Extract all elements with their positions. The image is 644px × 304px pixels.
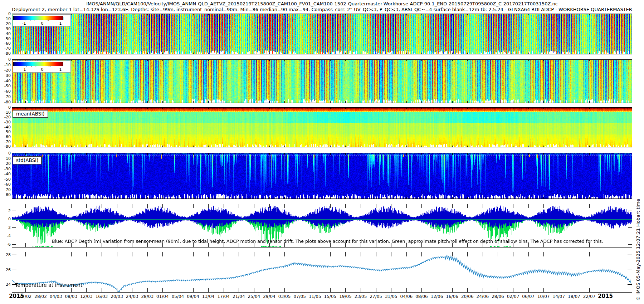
depth-tick-label: -30 [0, 120, 11, 124]
depth-tick-label: -80 [0, 100, 11, 104]
depth-tick-label: 0 [0, 11, 11, 16]
v-colorbar-legend: V (m/s) along 82°T -1 0 1 [13, 60, 71, 73]
colorbar-tick: 0 [41, 67, 44, 72]
depth-variation-annotation: Blue: ADCP Depth (m) variation from sens… [52, 239, 603, 244]
u-colorbar [13, 16, 63, 20]
depth-tick-label: -80 [0, 192, 11, 197]
depth-variation-tick-label: -2 [0, 225, 11, 230]
depth-tick-label: -10 [0, 110, 11, 115]
depth-tick-label: -30 [0, 73, 11, 78]
temperature-panel: Temperature at instrument [12, 252, 632, 293]
depth-tick-label: -70 [0, 94, 11, 99]
depth-tick-label: -40 [0, 31, 11, 36]
depth-tick-label: -70 [0, 46, 11, 51]
depth-tick-label: -50 [0, 84, 11, 88]
depth-variation-panel: Blue: ADCP Depth (m) variation from sens… [12, 204, 632, 247]
depth-tick-label: -30 [0, 167, 11, 171]
temperature-tick-label: 26 [0, 268, 11, 272]
depth-tick-label: -60 [0, 89, 11, 94]
v-colorbar-tick-labels: -1 0 1 [17, 67, 67, 72]
colorbar-tick: 1 [59, 21, 62, 26]
depth-tick-label: -80 [0, 51, 11, 56]
depth-tick-label: -70 [0, 139, 11, 144]
mean-absi-panel: mean(ABSI) [12, 107, 632, 147]
temperature-label: Temperature at instrument [15, 282, 82, 288]
depth-tick-label: -80 [0, 144, 11, 149]
depth-tick-label: -30 [0, 26, 11, 31]
temperature-tick-label: 24 [0, 282, 11, 287]
std-absi-panel: std(ABSI) [12, 153, 632, 199]
depth-variation-tick-label: 2 [0, 209, 11, 213]
imos-timestamp-watermark: © IMOS 05-May-2025 12:07:21 Hobart time [635, 199, 641, 301]
depth-variation-tick-label: 0 [0, 217, 11, 221]
depth-tick-label: -40 [0, 172, 11, 176]
depth-tick-label: -60 [0, 134, 11, 139]
mean-absi-heatmap [12, 107, 632, 147]
u-colorbar-tick-labels: -1 0 1 [17, 21, 67, 26]
depth-tick-label: 0 [0, 57, 11, 62]
v-velocity-heatmap [12, 59, 632, 103]
u-velocity-heatmap [12, 14, 632, 54]
depth-tick-label: -20 [0, 21, 11, 26]
depth-tick-label: -70 [0, 187, 11, 192]
v-velocity-panel: V (m/s) along 82°T -1 0 1 [12, 59, 632, 103]
depth-tick-label: -10 [0, 63, 11, 67]
depth-tick-label: -60 [0, 182, 11, 187]
depth-tick-label: -20 [0, 115, 11, 119]
std-absi-heatmap [12, 153, 632, 199]
depth-tick-label: -40 [0, 125, 11, 129]
temperature-plot [12, 252, 632, 293]
depth-tick-label: 0 [0, 151, 11, 156]
colorbar-tick: -1 [22, 67, 26, 72]
colorbar-tick: 0 [41, 21, 44, 26]
depth-variation-tick-label: -6 [0, 242, 11, 247]
u-colorbar-legend: U (m/s) along 172°T -1 0 1 [13, 14, 71, 26]
depth-tick-label: -50 [0, 129, 11, 134]
colorbar-tick: -1 [22, 21, 26, 26]
u-velocity-panel: U (m/s) along 172°T -1 0 1 [12, 14, 632, 54]
depth-tick-label: -10 [0, 16, 11, 21]
depth-tick-label: 0 [0, 105, 11, 110]
depth-tick-label: -20 [0, 68, 11, 73]
depth-tick-label: -50 [0, 177, 11, 182]
depth-tick-label: -50 [0, 36, 11, 41]
figure-title: IMOS/ANMN/QLD/CAM100/Velocity/IMOS_ANMN-… [0, 1, 644, 6]
std-absi-label: std(ABSI) [13, 156, 42, 165]
v-colorbar [13, 62, 63, 66]
figure-subtitle: Deployment 2, member 1 lat=14.32S lon=12… [0, 7, 644, 12]
adcp-mooring-figure: IMOS/ANMN/QLD/CAM100/Velocity/IMOS_ANMN-… [0, 0, 644, 304]
depth-tick-label: -10 [0, 156, 11, 161]
x-axis-date-label: 22/07 [579, 294, 600, 299]
depth-tick-label: -40 [0, 79, 11, 83]
colorbar-tick: 1 [59, 67, 62, 72]
temperature-tick-label: 28 [0, 252, 11, 257]
depth-tick-label: -20 [0, 161, 11, 166]
mean-absi-label: mean(ABSI) [13, 110, 48, 118]
depth-variation-tick-label: -4 [0, 234, 11, 238]
depth-tick-label: -60 [0, 41, 11, 46]
